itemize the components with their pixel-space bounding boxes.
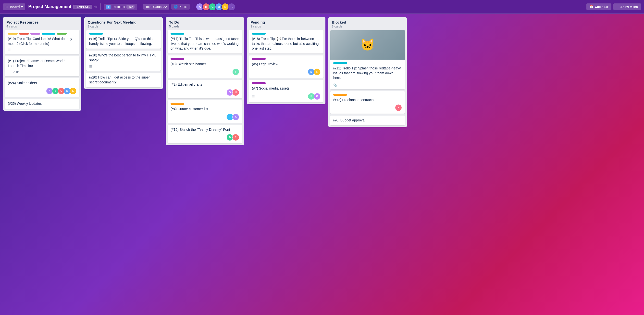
card-card-1[interactable]: (#1) Project "Teamwork Dream Work" Launc… [5, 56, 80, 76]
card-title: (#11) Trello Tip: Splash those redtape-h… [333, 66, 402, 81]
card-avatar: A [232, 114, 239, 120]
card-card-3[interactable]: (#3) Sketch site bannerF [168, 56, 242, 78]
column-title: Blocked [332, 20, 403, 24]
card-card-20[interactable]: (#20) How can I get access to the super … [86, 73, 161, 87]
card-meta: ☰ [89, 65, 158, 68]
header: ⊞ Board ▾ Project Management TEMPLATE ☆ … [0, 0, 644, 14]
card-label-bar [170, 33, 184, 35]
card-card-24[interactable]: (#24) StakeholdersABCDE [5, 78, 80, 97]
card-title: (#15) Sketch the "Teamy Dreamy" Font [170, 127, 239, 132]
card-meta: ☰ ☑ 0/6 [8, 70, 76, 74]
card-avatars: ABCDE [46, 88, 76, 95]
column-to-do: To Do 5 cards (#17) Trello Tip: This is … [166, 17, 244, 145]
calendar-button[interactable]: 📅 Calendar [586, 4, 612, 10]
description-icon: ☰ [252, 95, 255, 98]
description-icon: ☰ [8, 70, 11, 74]
card-meta: F [170, 69, 239, 75]
total-cards: Total Cards: 22 [143, 4, 169, 10]
card-title: (#20) How can I get access to the super … [89, 75, 158, 85]
card-card-11[interactable]: 🐱 (#11) Trello Tip: Splash those redtape… [330, 30, 405, 89]
column-questions-next-meeting: Questions For Next Meeting 3 cards (#16)… [84, 17, 163, 89]
star-icon[interactable]: ☆ [94, 5, 98, 9]
card-card-19[interactable]: (#19) Trello Tip: Card labels! What do t… [5, 30, 80, 54]
card-title: (#5) Legal review [252, 62, 320, 67]
card-title: (#7) Social media assets [252, 86, 320, 91]
column-title: Pending [250, 20, 322, 24]
card-label [8, 33, 18, 35]
column-title: Project Resources [6, 20, 78, 24]
card-card-6[interactable]: (#6) Budget approval [330, 116, 405, 125]
divider2 [140, 4, 140, 10]
card-meta: ☰FG [252, 93, 320, 100]
card-label [30, 33, 40, 35]
workspace-icon: T [106, 5, 110, 9]
dots-icon: ··· [616, 5, 619, 9]
board-icon: ⊞ [6, 5, 8, 9]
card-meta: H [333, 104, 402, 111]
description-icon: ☰ [8, 48, 11, 52]
card-card-2[interactable]: (#2) Edit email draftsGH [168, 80, 242, 98]
board-button[interactable]: ⊞ Board ▾ [3, 4, 25, 10]
card-title: (#1) Project "Teamwork Dream Work" Launc… [8, 59, 76, 68]
column-pending: Pending 3 cards (#18) Trello Tip: 💬 For … [247, 17, 326, 104]
card-card-12[interactable]: (#12) Freelancer contractsH [330, 91, 405, 114]
chevron-down-icon: ▾ [21, 5, 23, 9]
checklist-icon: ☑ [13, 70, 16, 74]
card-meta: BC [170, 134, 239, 141]
attachment-badge: 📎 1 [333, 83, 340, 87]
card-label-bar [170, 103, 184, 105]
column-blocked: Blocked 3 cards 🐱 (#11) Trello Tip: Spla… [328, 17, 407, 127]
column-count: 3 cards [88, 25, 159, 28]
card-title: (#12) Freelancer contracts [333, 98, 402, 103]
card-avatars: DE [308, 69, 320, 75]
card-label-bar [252, 33, 266, 35]
column-title: Questions For Next Meeting [88, 20, 159, 24]
board-label: Board [10, 5, 20, 9]
board-area: Project Resources 4 cards (#19) Trello T… [0, 14, 644, 315]
card-card-17[interactable]: (#17) Trello Tip: This is where assigned… [168, 30, 242, 54]
card-card-7[interactable]: (#7) Social media assets☰FG [249, 80, 324, 102]
card-avatar: C [232, 134, 239, 141]
page-title: Project Management [28, 4, 71, 9]
card-label-bar [333, 62, 347, 64]
card-label [19, 33, 29, 35]
card-avatars: FG [308, 93, 320, 100]
calendar-label: Calendar [595, 5, 608, 9]
column-count: 4 cards [6, 25, 78, 28]
column-project-resources: Project Resources 4 cards (#19) Trello T… [3, 17, 81, 111]
card-card-15[interactable]: (#15) Sketch the "Teamy Dreamy" FontBC [168, 125, 242, 144]
card-card-10[interactable]: (#10) Who's the best person to fix my HT… [86, 51, 161, 71]
card-title: (#6) Budget approval [333, 118, 402, 123]
card-avatar: E [314, 69, 320, 75]
description-icon: ☰ [89, 65, 92, 68]
column-title: To Do [169, 20, 241, 24]
card-card-4[interactable]: (#4) Curate customer listIA [168, 100, 242, 123]
card-card-5[interactable]: (#5) Legal reviewDE [249, 56, 324, 78]
workspace-name: Trello Inc [112, 5, 125, 9]
members-avatars[interactable]: A B C D E +6 [196, 3, 236, 11]
attachment-icon: 📎 [333, 83, 337, 87]
card-card-25[interactable]: (#25) Weekly Updates [5, 99, 80, 109]
card-avatars: GH [226, 89, 239, 96]
card-card-16[interactable]: (#16) Trello Tip: 🗂 Slide your Q's into … [86, 30, 161, 49]
free-badge: Free [126, 5, 134, 9]
workspace-badge[interactable]: T Trello Inc Free [104, 4, 137, 10]
card-label-bar [333, 94, 347, 96]
divider [100, 4, 101, 10]
card-meta: ABCDE [8, 88, 76, 95]
card-card-18[interactable]: (#18) Trello Tip: 💬 For those in-between… [249, 30, 324, 54]
card-image: 🐱 [330, 30, 405, 60]
card-avatar: G [314, 93, 320, 100]
show-menu-label: Show Menu [620, 5, 638, 9]
card-title: (#17) Trello Tip: This is where assigned… [170, 37, 239, 51]
card-title: (#10) Who's the best person to fix my HT… [89, 53, 158, 63]
card-title: (#25) Weekly Updates [8, 101, 76, 106]
avatar-more[interactable]: +6 [228, 3, 236, 11]
card-avatar: E [70, 88, 76, 95]
template-badge: TEMPLATE [74, 5, 92, 9]
card-meta: 📎 1 [333, 82, 402, 87]
show-menu-button[interactable]: ··· Show Menu [613, 4, 641, 10]
column-count: 5 cards [169, 25, 241, 28]
divider3 [192, 4, 193, 10]
card-title: (#3) Sketch site banner [170, 62, 239, 67]
